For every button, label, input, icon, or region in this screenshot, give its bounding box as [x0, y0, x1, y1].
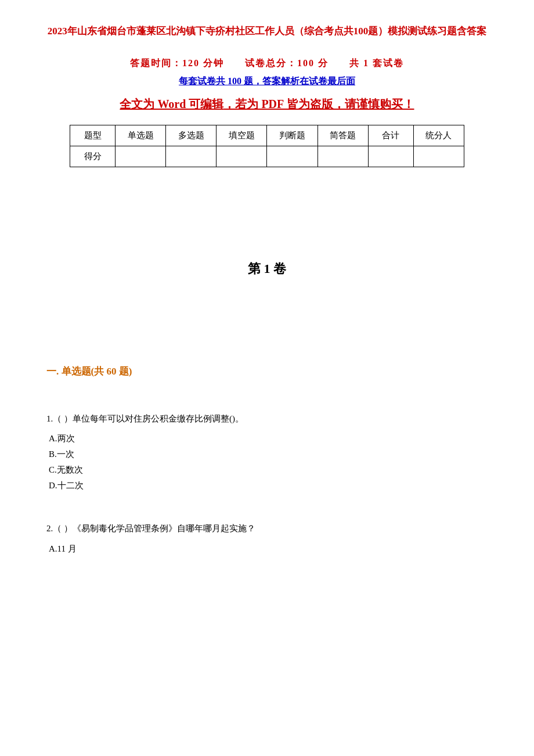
score-multi: [166, 146, 217, 167]
chapter-title: 一. 单选题(共 60 题): [46, 365, 488, 378]
question-1: 1.（ ）单位每年可以对住房公积金缴存比例调整()。 A.两次 B.一次 C.无…: [46, 412, 488, 494]
score-total: [368, 146, 413, 167]
col-scorer: 统分人: [413, 125, 464, 146]
col-multi: 多选题: [166, 125, 217, 146]
notice2-text: 全文为 Word 可编辑，若为 PDF 皆为盗版，请谨慎购买！: [120, 98, 414, 110]
option-1b: B.一次: [49, 447, 488, 462]
main-title: 2023年山东省烟台市蓬莱区北沟镇下寺疥村社区工作人员（综合考点共100题）模拟…: [46, 23, 488, 40]
col-judge: 判断题: [267, 125, 317, 146]
spacer4: [46, 499, 488, 511]
section-label: 第 1 卷: [46, 260, 488, 278]
table-score-row: 得分: [70, 146, 464, 167]
score-fill: [217, 146, 267, 167]
col-fill: 填空题: [217, 125, 267, 146]
score-short: [317, 146, 368, 167]
option-1c: C.无数次: [49, 462, 488, 478]
title-section: 2023年山东省烟台市蓬莱区北沟镇下寺疥村社区工作人员（综合考点共100题）模拟…: [46, 23, 488, 40]
score-scorer: [413, 146, 464, 167]
meta-info: 答题时间：120 分钟 试卷总分：100 分 共 1 套试卷: [46, 57, 488, 70]
score-table: 题型 单选题 多选题 填空题 判断题 简答题 合计 统分人 得分: [70, 125, 464, 167]
col-total: 合计: [368, 125, 413, 146]
table-header-row: 题型 单选题 多选题 填空题 判断题 简答题 合计 统分人: [70, 125, 464, 146]
notice1: 每套试卷共 100 题，答案解析在试卷最后面: [46, 75, 488, 88]
col-short: 简答题: [317, 125, 368, 146]
option-2a: A.11 月: [49, 541, 488, 557]
option-1d: D.十二次: [49, 478, 488, 494]
option-1a: A.两次: [49, 431, 488, 447]
time-label: 答题时间：120 分钟: [130, 58, 224, 68]
score-single: [116, 146, 166, 167]
spacer1: [46, 179, 488, 214]
sets-label: 共 1 套试卷: [349, 58, 404, 68]
col-type: 题型: [70, 125, 116, 146]
question-2: 2.（ ）《易制毒化学品管理条例》自哪年哪月起实施？ A.11 月: [46, 521, 488, 557]
col-single: 单选题: [116, 125, 166, 146]
score-judge: [267, 146, 317, 167]
score-label: 得分: [70, 146, 116, 167]
total-label: 试卷总分：100 分: [245, 58, 329, 68]
spacer2: [46, 312, 488, 347]
spacer3: [46, 390, 488, 401]
question-2-text: 2.（ ）《易制毒化学品管理条例》自哪年哪月起实施？: [46, 521, 488, 537]
question-1-text: 1.（ ）单位每年可以对住房公积金缴存比例调整()。: [46, 412, 488, 427]
notice2: 全文为 Word 可编辑，若为 PDF 皆为盗版，请谨慎购买！: [46, 95, 488, 113]
